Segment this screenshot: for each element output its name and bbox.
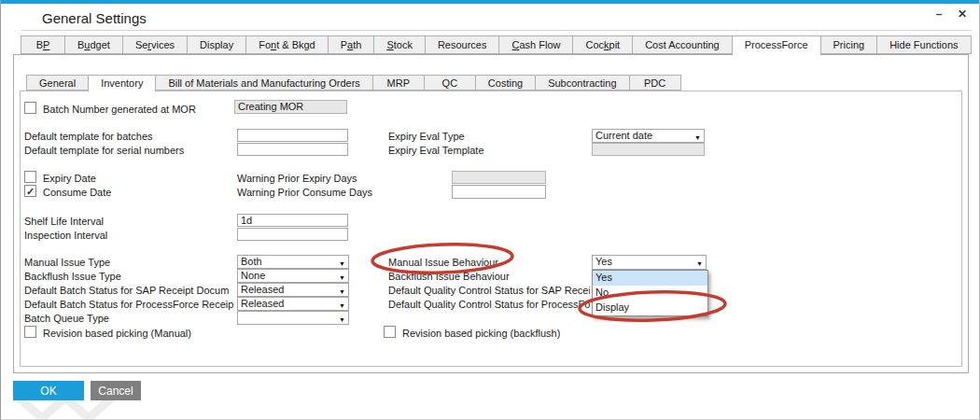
batch-number-mor-checkbox[interactable] (24, 102, 36, 114)
inventory-tab-panel (20, 91, 962, 367)
subtab-general[interactable]: General (26, 75, 89, 91)
backflush-issue-behaviour-label: Backflush Issue Behaviour (388, 271, 510, 283)
expiry-eval-type-select[interactable]: Current date ▼ (592, 129, 705, 143)
subtab-subcontracting[interactable]: Subcontracting (535, 75, 629, 91)
default-template-serial-input[interactable] (237, 143, 348, 156)
tab-display[interactable]: Display (187, 35, 246, 54)
tab-services[interactable]: Services (122, 35, 188, 54)
tab-cash-flow[interactable]: Cash Flow (498, 35, 573, 54)
consume-date-checkbox[interactable]: ✓ (24, 185, 36, 197)
manual-issue-behaviour-options: Yes No Display (592, 270, 708, 316)
batch-queue-type-label: Batch Queue Type (24, 313, 109, 325)
dropdown-arrow-icon: ▼ (339, 300, 345, 311)
expiry-eval-template-label: Expiry Eval Template (388, 145, 484, 157)
batch-number-mor-label: Batch Number generated at MOR (43, 104, 196, 116)
title-separator (21, 30, 972, 31)
default-template-batches-label: Default template for batches (24, 131, 153, 143)
revision-picking-backflush-label: Revision based picking (backflush) (402, 328, 560, 340)
manual-issue-type-label: Manual Issue Type (24, 257, 110, 269)
tab-budget[interactable]: Budget (64, 35, 123, 54)
tab-hide-functions[interactable]: Hide Functions (876, 35, 971, 54)
tab-font-bkgd[interactable]: Font & Bkgd (245, 35, 329, 54)
default-batch-status-pf-value: Released (241, 298, 284, 309)
manual-issue-type-value: Both (241, 256, 262, 267)
tab-path[interactable]: Path (328, 35, 375, 54)
tab-cockpit[interactable]: Cockpit (572, 35, 633, 54)
batch-queue-type-select[interactable]: ▼ (237, 311, 349, 325)
minimize-icon[interactable]: – (931, 6, 947, 22)
window-accent-bar (1, 0, 979, 4)
expiry-eval-type-label: Expiry Eval Type (388, 131, 465, 143)
manual-issue-behaviour-label: Manual Issue Behaviour (388, 257, 498, 269)
consume-date-label: Consume Date (43, 187, 111, 199)
option-yes[interactable]: Yes (593, 271, 707, 286)
dropdown-arrow-icon: ▼ (339, 286, 345, 297)
manual-issue-behaviour-select[interactable]: Yes ▼ (592, 255, 707, 270)
default-batch-status-sap-label: Default Batch Status for SAP Receipt Doc… (24, 285, 235, 297)
close-icon[interactable]: ✕ (954, 6, 971, 22)
default-template-batches-input[interactable] (237, 129, 348, 142)
default-template-serial-label: Default template for serial numbers (24, 145, 184, 157)
tab-stock[interactable]: Stock (373, 35, 426, 54)
revision-picking-manual-checkbox[interactable] (24, 326, 36, 338)
option-no[interactable]: No (593, 286, 707, 301)
revision-picking-manual-label: Revision based picking (Manual) (43, 328, 191, 340)
warning-prior-consume-label: Warning Prior Consume Days (237, 187, 372, 199)
default-batch-status-sap-select[interactable]: Released ▼ (237, 283, 349, 297)
subtab-pdc[interactable]: PDC (629, 75, 681, 91)
dropdown-arrow-icon: ▼ (694, 132, 701, 143)
default-qc-status-pf-label: Default Quality Control Status for Proce… (388, 299, 590, 311)
expiry-date-label: Expiry Date (43, 173, 96, 185)
inspection-interval-label: Inspection Interval (24, 230, 107, 242)
revision-picking-backflush-checkbox[interactable] (384, 326, 396, 338)
subtab-bill-of-materials-and-manufacturing-orders[interactable]: Bill of Materials and Manufacturing Orde… (155, 75, 372, 91)
option-display[interactable]: Display (593, 301, 707, 315)
inspection-interval-input[interactable] (237, 228, 348, 241)
tab-processforce[interactable]: ProcessForce (732, 35, 821, 55)
manual-issue-type-select[interactable]: Both ▼ (237, 255, 349, 269)
default-qc-status-sap-label: Default Quality Control Status for SAP R… (388, 285, 590, 297)
tab-resources[interactable]: Resources (425, 35, 500, 54)
backflush-issue-type-select[interactable]: None ▼ (237, 269, 349, 283)
subtab-mrp[interactable]: MRP (372, 75, 425, 91)
default-batch-status-pf-label: Default Batch Status for ProcessForce Re… (24, 299, 235, 311)
warning-prior-consume-input[interactable] (452, 185, 546, 199)
expiry-eval-type-value: Current date (595, 130, 652, 141)
shelf-life-interval-label: Shelf Life Interval (24, 216, 104, 228)
warning-prior-expiry-label: Warning Prior Expiry Days (237, 173, 357, 185)
backflush-issue-type-label: Backflush Issue Type (24, 271, 121, 283)
dropdown-arrow-icon: ▼ (339, 314, 345, 325)
cancel-button[interactable]: Cancel (91, 381, 141, 400)
settings-tab-bar: BPBudgetServicesDisplayFont & BkgdPathSt… (21, 35, 972, 55)
dropdown-arrow-icon: ▼ (339, 258, 345, 269)
checkmark-icon: ✓ (26, 186, 35, 197)
creating-mor-field: Creating MOR (234, 100, 347, 114)
tab-bp[interactable]: BP (21, 35, 65, 54)
subtab-inventory[interactable]: Inventory (88, 75, 156, 91)
expiry-date-checkbox[interactable] (24, 171, 36, 183)
processforce-subtab-bar: GeneralInventoryBill of Materials and Ma… (27, 75, 681, 91)
manual-issue-behaviour-value: Yes (595, 256, 612, 267)
shelf-life-interval-input[interactable]: 1d (237, 214, 348, 227)
ok-button[interactable]: OK (13, 381, 84, 400)
subtab-qc[interactable]: QC (424, 75, 476, 91)
tab-pricing[interactable]: Pricing (820, 35, 878, 54)
dropdown-arrow-icon: ▼ (696, 258, 703, 270)
default-batch-status-pf-select[interactable]: Released ▼ (237, 297, 349, 311)
general-settings-window: General Settings – ✕ BPBudgetServicesDis… (0, 0, 980, 420)
backflush-issue-type-value: None (241, 270, 265, 281)
tab-cost-accounting[interactable]: Cost Accounting (632, 35, 733, 54)
subtab-costing[interactable]: Costing (475, 75, 536, 91)
dropdown-arrow-icon: ▼ (339, 272, 345, 283)
warning-prior-expiry-input (452, 171, 546, 184)
default-batch-status-sap-value: Released (241, 284, 284, 295)
page-title: General Settings (42, 10, 147, 26)
expiry-eval-template-field (592, 143, 705, 156)
